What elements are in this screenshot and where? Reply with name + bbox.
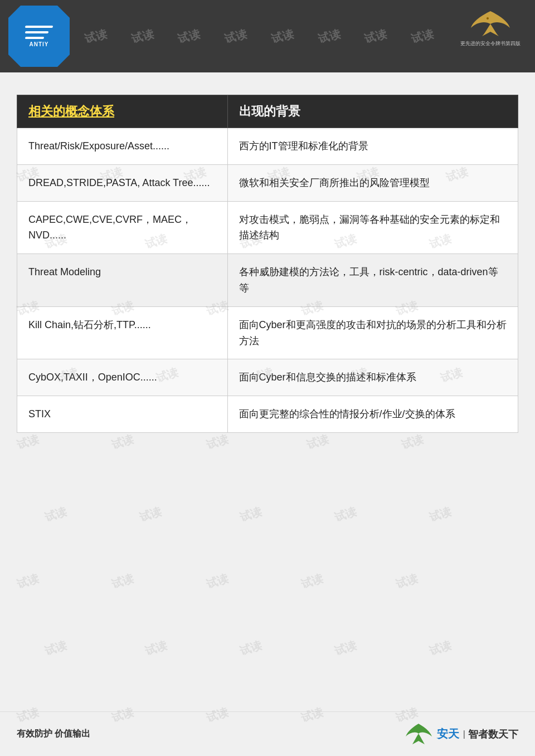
bg-wm-39: 试读 [238,637,264,659]
bg-wm-28: 试读 [138,504,163,525]
watermark-4: 试读 [223,26,249,46]
table-cell-background-5: 面向Cyber和信息交换的描述和标准体系 [227,359,518,396]
right-logo-subtitle: 更先进的安全令牌书第四版 [460,40,521,47]
header-right-logo: 更先进的安全令牌书第四版 [451,6,529,50]
bg-wm-32: 试读 [15,570,41,592]
bg-wm-29: 试读 [238,504,264,525]
table-cell-concept-6: STIX [17,396,228,433]
bg-wm-38: 试读 [143,637,169,659]
eagle-icon [468,8,513,39]
table-cell-background-2: 对攻击模式，脆弱点，漏洞等各种基础的安全元素的标定和描述结构 [227,201,518,254]
table-cell-concept-1: DREAD,STRIDE,PASTA, Attack Tree...... [17,164,228,201]
watermark-5: 试读 [270,26,295,46]
bg-wm-31: 试读 [427,504,453,525]
watermark-6: 试读 [317,26,342,46]
logo-lines [25,26,53,39]
table-cell-background-6: 面向更完整的综合性的情报分析/作业/交换的体系 [227,396,518,433]
logo-line-2 [25,31,49,33]
footer-separator: | [463,729,465,739]
bg-wm-22: 试读 [15,431,41,452]
header-watermarks: 试读 试读 试读 试读 试读 试读 试读 试读 [72,0,446,72]
watermark-2: 试读 [130,26,155,46]
bg-wm-41: 试读 [427,637,453,659]
bg-wm-36: 试读 [394,570,420,592]
col2-header: 出现的背景 [227,95,518,128]
table-row: Threat/Risk/Exposure/Asset......西方的IT管理和… [17,128,518,165]
bg-wm-23: 试读 [110,431,135,452]
table-header-row: 相关的概念体系 出现的背景 [17,95,518,128]
table-cell-concept-2: CAPEC,CWE,CVE,CVRF，MAEC，NVD...... [17,201,228,254]
table-row: CAPEC,CWE,CVE,CVRF，MAEC，NVD......对攻击模式，脆… [17,201,518,254]
table-row: Kill Chain,钻石分析,TTP......面向Cyber和更高强度的攻击… [17,306,518,359]
table-row: DREAD,STRIDE,PASTA, Attack Tree......微软和… [17,164,518,201]
table-cell-background-4: 面向Cyber和更高强度的攻击和对抗的场景的分析工具和分析方法 [227,306,518,359]
bg-wm-25: 试读 [305,431,330,452]
watermark-3: 试读 [177,26,202,46]
main-content: 试读 试读 试读 试读 试读 试读 试读 试读 试读 试读 试读 试读 试读 试… [0,72,535,450]
table-cell-concept-5: CybOX,TAXII，OpenIOC...... [17,359,228,396]
bg-wm-35: 试读 [299,570,325,592]
watermark-8: 试读 [410,26,435,46]
page-footer: 有效防护 价值输出 安天 | 智者数天下 [0,711,535,756]
bg-wm-34: 试读 [205,570,230,592]
page-header: ANTIY 试读 试读 试读 试读 试读 试读 试读 试读 更先进的安全令牌书第… [0,0,535,72]
antiy-logo: ANTIY [8,6,70,67]
bg-wm-26: 试读 [400,431,425,452]
footer-logo-area: 安天 | 智者数天下 [403,721,518,747]
concept-table: 相关的概念体系 出现的背景 Threat/Risk/Exposure/Asset… [17,95,518,433]
logo-brand-text: ANTIY [30,41,49,47]
bg-wm-30: 试读 [333,504,358,525]
bg-wm-40: 试读 [333,637,358,659]
bg-wm-27: 试读 [43,504,69,525]
table-cell-background-1: 微软和相关安全厂商所推出的风险管理模型 [227,164,518,201]
watermark-7: 试读 [363,26,389,46]
table-cell-concept-3: Threat Modeling [17,254,228,307]
logo-line-3 [25,37,45,39]
bg-wm-37: 试读 [43,637,69,659]
col1-header: 相关的概念体系 [17,95,228,128]
table-cell-concept-0: Threat/Risk/Exposure/Asset...... [17,128,228,165]
logo-line-1 [25,26,54,28]
table-row: STIX面向更完整的综合性的情报分析/作业/交换的体系 [17,396,518,433]
bg-wm-33: 试读 [110,570,135,592]
antiy-brand: 安天 [437,728,459,740]
watermark-1: 试读 [83,26,109,46]
footer-eagle-icon [403,721,434,747]
table-row: CybOX,TAXII，OpenIOC......面向Cyber和信息交换的描述… [17,359,518,396]
table-cell-background-3: 各种威胁建模的方法论，工具，risk-centric，data-driven等等 [227,254,518,307]
table-row: Threat Modeling各种威胁建模的方法论，工具，risk-centri… [17,254,518,307]
svg-point-0 [487,17,489,19]
table-cell-background-0: 西方的IT管理和标准化的背景 [227,128,518,165]
bg-wm-24: 试读 [205,431,230,452]
footer-logo-slogan: 智者数天下 [468,728,518,741]
table-cell-concept-4: Kill Chain,钻石分析,TTP...... [17,306,228,359]
footer-tagline: 有效防护 价值输出 [17,728,90,740]
footer-logo-main: 安天 [437,726,459,742]
